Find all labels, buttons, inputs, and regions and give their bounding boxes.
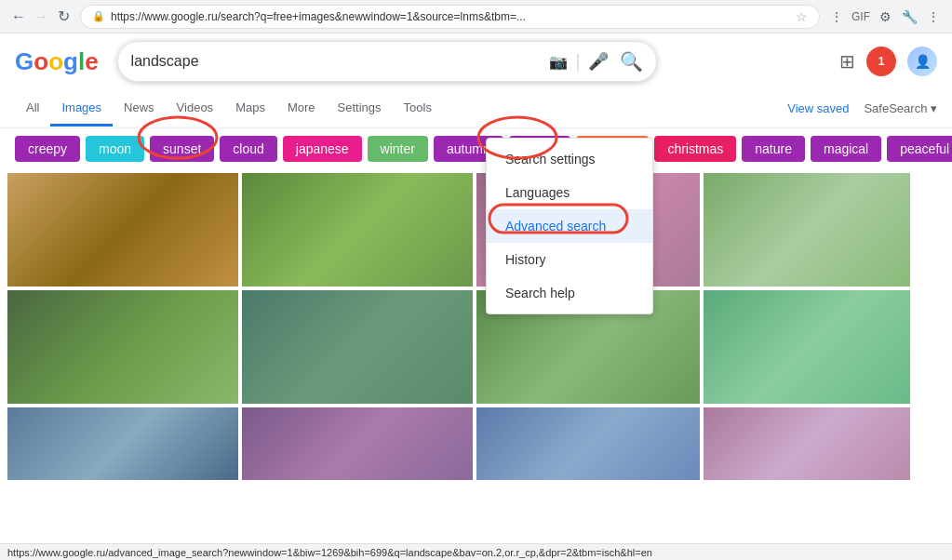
forward-button[interactable]: → [32,7,50,26]
tab-news[interactable]: News [113,91,166,127]
tab-images-label: Images [61,100,101,114]
tab-all-label: All [26,100,39,114]
avatar[interactable]: 👤 [907,47,937,76]
tab-maps-label: Maps [235,100,265,114]
dropdown-item-search-help[interactable]: Search help [487,276,652,310]
tab-settings-label: Settings [338,100,382,114]
tag-item[interactable]: peaceful [887,136,952,162]
extension-icon-2[interactable]: GIF [851,7,870,26]
image-grid [0,169,952,484]
image-item[interactable] [476,407,700,480]
extension-icon-4[interactable]: 🔧 [900,7,918,26]
tag-item[interactable]: creepy [15,136,80,162]
back-button[interactable]: ← [9,7,28,26]
status-url: https://www.google.ru/advanced_image_sea… [7,547,652,558]
tag-item[interactable]: japanese [283,136,362,162]
tag-item[interactable]: nature [742,136,805,162]
extension-icon-1[interactable]: ⋮ [827,7,846,26]
image-item[interactable] [242,173,473,287]
google-logo[interactable]: Google [15,47,99,76]
browser-toolbar-icons: ⋮ GIF ⚙ 🔧 ⋮ [827,7,943,26]
tags-row: creepymoonsunsetcloudjapanesewinterautum… [0,128,952,169]
image-item[interactable] [7,290,238,404]
apps-icon[interactable]: ⊞ [839,50,855,73]
header-right: ⊞ 1 👤 [839,47,937,76]
image-item[interactable] [7,407,238,480]
search-box: 📷 | 🎤 🔍 [117,41,657,82]
search-icons: 📷 | 🎤 🔍 [549,50,642,73]
image-col-1 [7,173,238,480]
image-item[interactable] [7,173,238,287]
notification-badge[interactable]: 1 [866,47,896,76]
address-text: https://www.google.ru/search?q=free+imag… [111,10,790,23]
tab-videos-label: Videos [177,100,214,114]
tab-images[interactable]: Images [50,91,113,127]
dropdown-item-languages[interactable]: Languages [487,176,652,209]
tab-tools[interactable]: Tools [393,91,443,127]
nav-buttons: ← → ↻ [9,7,73,26]
tab-more[interactable]: More [276,91,327,127]
image-item[interactable] [704,290,910,404]
divider: | [575,51,580,73]
tag-item[interactable]: moon [86,136,144,162]
search-input[interactable] [131,53,550,70]
view-saved-link[interactable]: View saved [787,101,849,115]
image-item[interactable] [242,290,473,404]
mic-icon[interactable]: 🎤 [588,51,609,72]
menu-button[interactable]: ⋮ [924,7,943,26]
search-button[interactable]: 🔍 [620,50,643,73]
tag-item[interactable]: magical [811,136,881,162]
tab-tools-label: Tools [404,100,432,114]
settings-dropdown: Search settingsLanguagesAdvanced searchH… [486,138,653,314]
tab-settings[interactable]: Settings [327,91,393,127]
tag-item[interactable]: cloud [220,136,276,162]
tag-item[interactable]: christmas [654,136,736,162]
image-col-2 [242,173,473,480]
google-header: Google 📷 | 🎤 🔍 ⊞ 1 👤 [0,33,952,89]
tab-maps[interactable]: Maps [224,91,276,127]
image-item[interactable] [242,407,473,480]
address-bar[interactable]: 🔒 https://www.google.ru/search?q=free+im… [80,5,820,29]
tab-videos[interactable]: Videos [166,91,225,127]
camera-icon[interactable]: 📷 [549,53,568,71]
tag-item[interactable]: winter [368,136,428,162]
image-item[interactable] [704,407,910,480]
tabs-bar: All Images News Videos Maps More Setting… [0,89,952,128]
extension-icon-3[interactable]: ⚙ [876,7,894,26]
tab-all[interactable]: All [15,91,50,127]
star-icon[interactable]: ☆ [796,9,808,24]
tab-news-label: News [124,100,154,114]
tag-item[interactable]: sunset [150,136,214,162]
safe-search-button[interactable]: SafeSearch ▾ [864,101,937,115]
image-col-4 [704,173,910,480]
dropdown-item-advanced-search[interactable]: Advanced search [487,209,652,243]
reload-button[interactable]: ↻ [54,7,73,26]
browser-chrome: ← → ↻ 🔒 https://www.google.ru/search?q=f… [0,0,952,33]
image-item[interactable] [704,173,910,287]
dropdown-item-search-settings[interactable]: Search settings [487,142,652,176]
tab-more-label: More [288,100,315,114]
tabs-right: View saved SafeSearch ▾ [787,101,937,115]
dropdown-item-history[interactable]: History [487,243,652,276]
secure-icon: 🔒 [92,10,105,22]
status-bar: https://www.google.ru/advanced_image_sea… [0,543,952,560]
